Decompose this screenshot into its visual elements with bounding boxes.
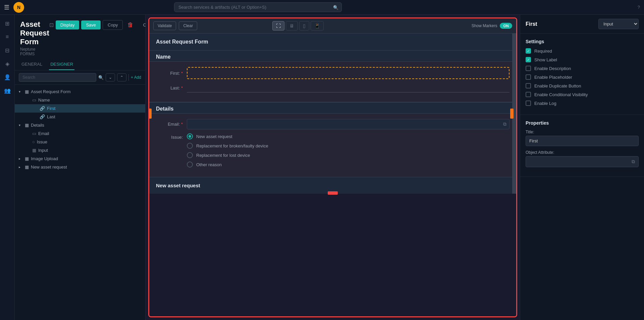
sidebar-group-icon[interactable]: 👥 xyxy=(1,84,13,97)
radio-label: Replacement for lost device xyxy=(196,153,250,158)
tree-node-new-asset-request[interactable]: ▸ ▦ New asset request xyxy=(15,163,145,171)
mobile-view-button[interactable]: 📱 xyxy=(311,21,324,30)
tree-panel: Asset Request Form Neptune FORMS ⊡ Displ… xyxy=(15,15,146,320)
properties-panel: First Input Settings ✓ Required ✓ Show L… xyxy=(520,15,644,320)
required-checkbox[interactable]: ✓ xyxy=(526,48,531,54)
search-tree-icon[interactable]: 🔍 xyxy=(98,75,104,80)
properties-section-title: Properties xyxy=(526,120,639,126)
markers-toggle[interactable]: ON xyxy=(500,23,512,29)
save-button[interactable]: Save xyxy=(81,20,101,29)
radio-label: Other reason xyxy=(196,162,222,167)
tab-designer[interactable]: DESIGNER xyxy=(49,59,74,70)
radio-item-replacement-broken[interactable]: Replacement for broken/faulty device xyxy=(187,143,509,149)
tree-node-asset-request-form[interactable]: ▾ ▦ Asset Request Form xyxy=(15,87,145,96)
copy-button[interactable]: Copy xyxy=(103,20,123,30)
canvas-inner: Asset Request Form Name First: * xyxy=(149,34,516,316)
tree-tabs: GENERAL DESIGNER xyxy=(15,59,145,70)
email-input[interactable] xyxy=(190,122,503,127)
tree-search-input[interactable] xyxy=(19,73,96,82)
grid-icon: ▦ xyxy=(32,148,36,153)
canvas-toolbar: Validate Clear ⛶ 🖥 ▯ 📱 Show Markers ON xyxy=(149,18,516,34)
tree-node-image-upload[interactable]: ▸ ▦ Image Upload xyxy=(15,154,145,163)
laptop-view-button[interactable]: 🖥 xyxy=(286,21,298,30)
sidebar-grid-icon[interactable]: ⊟ xyxy=(1,44,13,56)
name-section-title: Name xyxy=(156,54,509,60)
search-input[interactable] xyxy=(174,2,342,12)
enable-duplicate-button-checkbox[interactable] xyxy=(526,83,531,88)
radio-circle xyxy=(187,143,193,149)
collapse-all-button[interactable]: ⌃ xyxy=(117,73,126,81)
search-icon: 🔍 xyxy=(333,5,338,10)
tree-node-issue[interactable]: ○ Issue xyxy=(15,138,145,146)
enable-log-item: Enable Log xyxy=(526,101,639,106)
hamburger-icon[interactable]: ☰ xyxy=(4,4,9,11)
element-type-select[interactable]: Input xyxy=(598,19,639,29)
tree-node-name[interactable]: ▭ Name xyxy=(15,96,145,104)
delete-button[interactable]: 🗑 xyxy=(125,20,136,30)
last-input[interactable] xyxy=(187,83,509,92)
show-label-checkbox[interactable]: ✓ xyxy=(526,57,531,62)
email-label: Email: * xyxy=(156,122,183,127)
radio-item-other[interactable]: Other reason xyxy=(187,162,509,168)
email-input-container: ⧉ xyxy=(187,119,509,129)
enable-description-label: Enable Description xyxy=(534,66,571,71)
preview-icon[interactable]: ⊡ xyxy=(49,22,54,28)
node-label: Image Upload xyxy=(31,156,58,161)
properties-section: Properties Title: Object Attribute: ⧉ xyxy=(520,115,644,177)
node-label: Asset Request Form xyxy=(31,89,71,94)
help-icon[interactable]: ? xyxy=(638,5,640,10)
show-label-item: ✓ Show Label xyxy=(526,57,639,62)
radio-label: Replacement for broken/faulty device xyxy=(196,143,268,148)
node-label: Name xyxy=(38,98,50,103)
enable-description-item: Enable Description xyxy=(526,66,639,71)
tablet-view-button[interactable]: ▯ xyxy=(299,21,309,30)
last-field-row: Last: * xyxy=(156,83,509,92)
copy-attribute-icon[interactable]: ⧉ xyxy=(632,159,635,165)
link-icon: 🔗 xyxy=(40,106,45,111)
enable-conditional-visibility-checkbox[interactable] xyxy=(526,92,531,97)
chevron-down-icon: ▾ xyxy=(19,90,23,93)
form-icon: ▦ xyxy=(25,123,29,128)
sidebar-list-icon[interactable]: ≡ xyxy=(1,31,13,43)
sidebar-home-icon[interactable]: ⊞ xyxy=(1,17,13,29)
radio-group: New asset request Replacement for broken… xyxy=(187,133,509,168)
global-search: 🔍 xyxy=(174,2,342,12)
name-section-body: First: * Last: * xyxy=(149,62,516,102)
title-field: Title: xyxy=(526,130,639,146)
enable-log-checkbox[interactable] xyxy=(526,101,531,106)
first-input[interactable] xyxy=(187,67,509,79)
tree-node-first[interactable]: 🔗 First xyxy=(15,104,145,113)
enable-placeholder-checkbox[interactable] xyxy=(526,74,531,80)
radio-label: New asset request xyxy=(196,134,232,139)
tab-general[interactable]: GENERAL xyxy=(20,59,44,70)
details-section-header: Details xyxy=(149,102,516,114)
object-attribute-input[interactable] xyxy=(529,159,632,164)
radio-icon: ○ xyxy=(32,139,35,144)
desktop-view-button[interactable]: ⛶ xyxy=(272,21,284,30)
object-attribute-field: Object Attribute: ⧉ xyxy=(526,150,639,167)
title-field-input[interactable] xyxy=(526,136,639,146)
sidebar-tag-icon[interactable]: ◈ xyxy=(1,58,13,70)
clear-button[interactable]: Clear xyxy=(179,21,197,30)
tree-node-email[interactable]: ▭ Email xyxy=(15,129,145,138)
markers-label: Show Markers xyxy=(472,23,497,28)
add-node-button[interactable]: + Add xyxy=(131,75,141,80)
radio-item-replacement-lost[interactable]: Replacement for lost device xyxy=(187,152,509,158)
expand-all-button[interactable]: ⌄ xyxy=(106,73,115,81)
enable-description-checkbox[interactable] xyxy=(526,66,531,71)
tree-node-input[interactable]: ▦ Input xyxy=(15,146,145,154)
radio-circle xyxy=(187,133,193,139)
page-title: Asset Request Form xyxy=(20,20,49,46)
sidebar-person-icon[interactable]: 👤 xyxy=(1,71,13,83)
display-button[interactable]: Display xyxy=(56,20,79,29)
validate-button[interactable]: Validate xyxy=(153,21,176,30)
radio-item-new-asset[interactable]: New asset request xyxy=(187,133,509,139)
required-item: ✓ Required xyxy=(526,48,639,54)
copy-field-icon[interactable]: ⧉ xyxy=(503,121,506,127)
node-label: Email xyxy=(38,131,49,136)
tree-node-details[interactable]: ▾ ▦ Details xyxy=(15,121,145,129)
tree-node-last[interactable]: 🔗 Last xyxy=(15,113,145,121)
required-label: Required xyxy=(534,49,552,54)
page-subtitle: Neptune FORMS xyxy=(20,47,49,56)
form-icon: ▦ xyxy=(25,89,29,94)
